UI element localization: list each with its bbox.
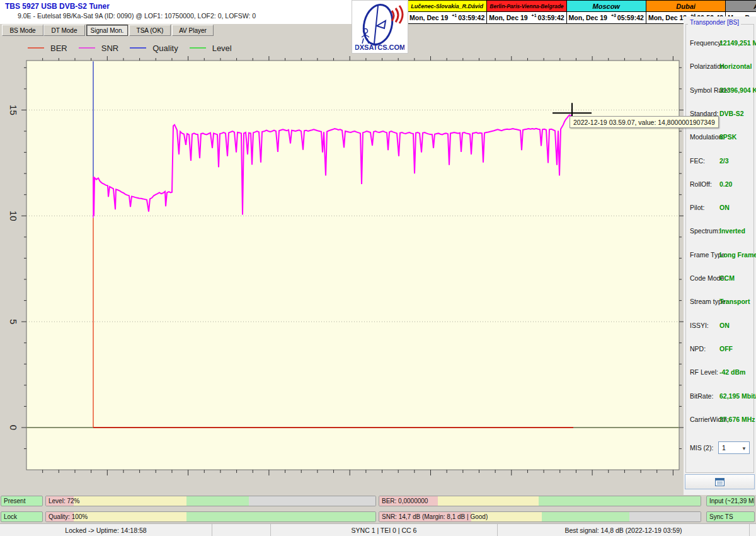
tp-value: 12149,251 MHz <box>719 39 756 47</box>
status-progress-bars: Present Level: 72% BER: 0,0000000 Input … <box>0 495 756 523</box>
tp-row-frametype: Frame Type:Long Frame <box>684 251 756 260</box>
mode-tabbar: BS ModeDT ModeSignal Mon.TSA (OK)AV Play… <box>0 24 407 37</box>
tp-row-mis: MIS (2): 1▼ <box>684 444 756 453</box>
tp-value: CCM <box>719 274 735 282</box>
tp-row-carrierwidth: CarrierWidth:37,676 MHz <box>684 416 756 424</box>
tp-value: ON <box>719 204 730 211</box>
clock-city: Berlin-Paris-Vienna-Belgrade <box>487 1 566 12</box>
svg-text:5: 5 <box>8 319 19 324</box>
tp-value: 62,195 Mbit/s <box>719 392 756 400</box>
tp-value: Horizontal <box>719 62 752 70</box>
tp-value: OFF <box>719 345 733 352</box>
tp-label: RollOff: <box>690 180 712 188</box>
chevron-down-icon: ▼ <box>742 446 747 452</box>
tp-value: ON <box>719 322 730 329</box>
mis-dropdown[interactable]: 1▼ <box>718 441 750 454</box>
tp-row-rolloff: RollOff:0.20 <box>684 180 756 189</box>
tab-bs-mode[interactable]: BS Mode <box>2 25 43 36</box>
mis-label: MIS (2): <box>690 444 713 452</box>
tp-label: Pilot: <box>690 204 704 211</box>
statusbar-end <box>750 524 756 536</box>
tab-tsa-ok-[interactable]: TSA (OK) <box>129 25 171 36</box>
tp-row-pilot: Pilot:ON <box>684 204 756 213</box>
clock-city: Dubai <box>646 1 725 12</box>
satellite-subtitle: 9.0E - Eutelsat 9B/Ka-Sat 9A (ID: 0090) … <box>18 12 256 20</box>
clock-city: Athens <box>726 1 756 12</box>
app-title: TBS 5927 USB DVB-S2 Tuner <box>5 2 110 11</box>
statusbar-spacer <box>212 524 271 536</box>
list-icon <box>715 478 724 486</box>
svg-text:0: 0 <box>8 425 19 430</box>
tp-row-npd: NPD:OFF <box>684 345 756 354</box>
tp-label: FEC: <box>690 157 705 165</box>
lock-indicator: Lock <box>1 511 43 522</box>
tp-row-polarization: Polarization:Horizontal <box>684 62 756 71</box>
clock-1: Berlin-Paris-Vienna-Belgrade Mon, Dec 19… <box>487 0 566 24</box>
svg-text:15: 15 <box>8 105 19 115</box>
tp-row-modulation: Modulation:8PSK <box>684 133 756 142</box>
tp-label: RF Level: <box>690 368 718 376</box>
statusbar: Locked -> Uptime: 14:18:58 SYNC 1 | TEI … <box>0 523 756 536</box>
ts-list-button[interactable] <box>685 474 755 489</box>
tp-value: 37,676 MHz <box>719 416 755 423</box>
snr-progressbar: SNR: 14,7 dB (Margin: 8,1 dB | Good) <box>379 511 701 522</box>
tp-row-fec: FEC:2/3 <box>684 157 756 166</box>
ber-progressbar: BER: 0,0000000 <box>379 496 701 506</box>
tp-label: ISSYI: <box>690 322 709 329</box>
tp-value: -42 dBm <box>719 368 745 376</box>
clock-2: Moscow Mon, Dec 19+305:59:42 <box>567 0 646 24</box>
tp-value: Transport <box>719 298 750 305</box>
tp-row-frequency: Frequency:12149,251 MHz <box>684 39 756 48</box>
tp-row-issyi: ISSYI:ON <box>684 322 756 330</box>
clock-time: Mon, Dec 19+103:59:42 <box>408 12 486 23</box>
tp-value: 31396,904 KS/s <box>719 86 756 94</box>
transponder-group-label: Transponder [BS] <box>688 19 741 26</box>
clock-time: Mon, Dec 19+103:59:42 <box>487 12 566 23</box>
dxsatcs-logo: DXSATCS.COM <box>352 0 408 54</box>
window-header: TBS 5927 USB DVB-S2 Tuner 9.0E - Eutelsa… <box>0 0 408 24</box>
clock-city: Lučenec-Slovakia_R.Dávid <box>408 1 486 12</box>
tp-row-streamtype: Stream type:Transport <box>684 298 756 306</box>
tp-row-rflevel: RF Level:-42 dBm <box>684 368 756 377</box>
tp-value: Long Frame <box>719 251 756 259</box>
svg-text:DXSATCS.COM: DXSATCS.COM <box>355 44 404 51</box>
input-indicator: Input (~21,39 Mbps) <box>706 496 755 506</box>
sync-status: SYNC 1 | TEI 0 | CC 6 <box>271 524 498 536</box>
tp-row-symbolrate: Symbol Rate:31396,904 KS/s <box>684 86 756 95</box>
tp-row-bitrate: BitRate:62,195 Mbit/s <box>684 392 756 401</box>
best-signal-status: Best signal: 14,8 dB (2022-12-19 03:59) <box>498 524 750 536</box>
tp-value: 8PSK <box>719 133 736 141</box>
quality-progressbar: Quality: 100% <box>45 511 376 522</box>
signal-monitor-chart: BERSNRQualityLevel 051015 2022-12-19 03.… <box>0 37 684 495</box>
tuner-window: TBS 5927 USB DVB-S2 Tuner 9.0E - Eutelsa… <box>0 0 756 536</box>
satellite-dish-icon: DXSATCS.COM <box>355 2 404 52</box>
tp-label: Frequency: <box>690 39 723 47</box>
tp-value: Inverted <box>719 227 745 235</box>
clock-city: Moscow <box>567 1 646 12</box>
tab-av-player[interactable]: AV Player <box>172 25 214 36</box>
tp-value: 0.20 <box>719 180 732 188</box>
tab-dt-mode[interactable]: DT Mode <box>43 25 85 36</box>
present-indicator: Present <box>1 496 43 506</box>
tp-value: 2/3 <box>719 157 729 165</box>
signal-plot[interactable]: 051015 <box>0 37 684 495</box>
syncts-indicator: Sync TS <box>706 511 755 522</box>
transponder-panel: Transponder [BS] Frequency:12149,251 MHz… <box>684 16 756 495</box>
clock-time: Mon, Dec 19+305:59:42 <box>567 12 646 23</box>
tp-label: NPD: <box>690 345 706 352</box>
svg-text:10: 10 <box>8 211 19 221</box>
chart-tooltip: 2022-12-19 03.59.07, value: 14,800000190… <box>570 116 719 128</box>
tab-signal-mon-[interactable]: Signal Mon. <box>86 25 128 36</box>
uptime-status: Locked -> Uptime: 14:18:58 <box>0 524 212 536</box>
tp-row-codemode: Code Mode:CCM <box>684 274 756 283</box>
tp-label: Spectrum: <box>690 227 720 235</box>
level-progressbar: Level: 72% <box>45 496 376 506</box>
clock-0: Lučenec-Slovakia_R.Dávid Mon, Dec 19+103… <box>407 0 487 24</box>
tp-row-spectrum: Spectrum:Inverted <box>684 227 756 236</box>
tp-label: BitRate: <box>690 392 713 400</box>
tp-value: DVB-S2 <box>719 110 744 117</box>
